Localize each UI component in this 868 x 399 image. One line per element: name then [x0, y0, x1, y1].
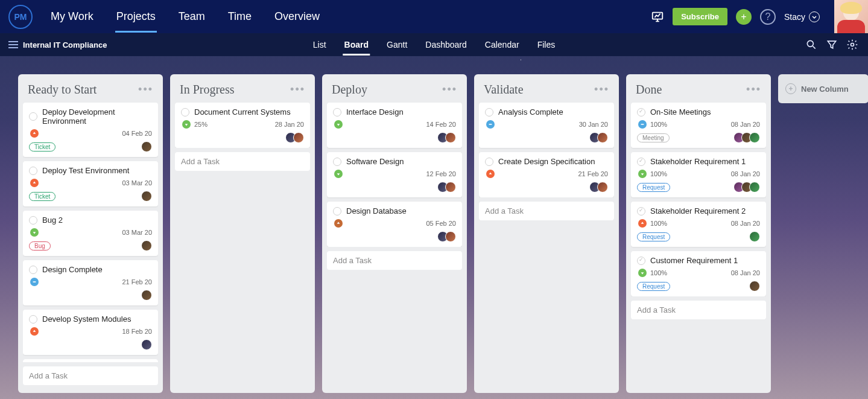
- tab-gantt[interactable]: Gantt: [385, 34, 408, 56]
- subscribe-button[interactable]: Subscribe: [673, 8, 727, 25]
- task-card[interactable]: Bug 203 Mar 20Bug: [23, 211, 158, 256]
- tab-calendar[interactable]: Calendar: [484, 34, 521, 56]
- card-list: On-Site Meetings100%08 Jan 20MeetingStak…: [631, 103, 766, 296]
- help-button[interactable]: ?: [760, 9, 776, 25]
- column-menu-icon[interactable]: •••: [290, 83, 305, 96]
- task-card[interactable]: Customer Requirement 1100%08 Jan 20Reque…: [631, 251, 766, 296]
- task-tag: Meeting: [637, 133, 670, 142]
- priority-icon: [638, 170, 647, 178]
- add-task-button[interactable]: Add a Task: [175, 152, 310, 171]
- priority-icon: [334, 219, 343, 228]
- status-circle-icon[interactable]: [637, 108, 645, 117]
- task-card[interactable]: Integrate System Modules27 Feb 20: [23, 359, 158, 362]
- assignee-avatars: [749, 281, 760, 292]
- filter-icon[interactable]: [826, 39, 838, 51]
- avatar: [141, 240, 152, 251]
- app-logo[interactable]: PM: [8, 5, 33, 29]
- status-circle-icon[interactable]: [181, 108, 189, 117]
- task-card[interactable]: Interface Design14 Feb 20: [327, 103, 462, 148]
- due-date: 14 Feb 20: [426, 121, 456, 128]
- add-button[interactable]: +: [736, 9, 752, 25]
- task-title: Customer Requirement 1: [650, 256, 738, 265]
- avatar: [141, 141, 152, 152]
- status-circle-icon[interactable]: [29, 112, 37, 121]
- status-circle-icon[interactable]: [29, 266, 37, 274]
- gear-icon[interactable]: [846, 39, 858, 51]
- priority-icon: [30, 327, 39, 336]
- task-card[interactable]: Stakeholder Requirement 2100%08 Jan 20Re…: [631, 202, 766, 247]
- column-menu-icon[interactable]: •••: [442, 83, 457, 96]
- status-circle-icon[interactable]: [333, 108, 341, 117]
- task-card[interactable]: Deploy Test Environment03 Mar 20Ticket: [23, 161, 158, 206]
- avatar: [749, 182, 760, 193]
- search-icon[interactable]: [805, 39, 817, 51]
- task-card[interactable]: Design Database05 Feb 20: [327, 202, 462, 247]
- assignee-avatars: [589, 132, 608, 143]
- column-menu-icon[interactable]: •••: [746, 83, 761, 96]
- task-title: Create Design Specification: [498, 157, 595, 166]
- nav-projects[interactable]: Projects: [115, 1, 157, 33]
- assignee-avatars: [141, 141, 152, 152]
- status-circle-icon[interactable]: [637, 207, 645, 215]
- column-header: Ready to Start•••: [23, 80, 158, 103]
- add-task-button[interactable]: Add a Task: [631, 301, 766, 319]
- chevron-down-icon: [809, 11, 820, 22]
- tab-dashboard[interactable]: Dashboard: [424, 34, 468, 56]
- status-circle-icon[interactable]: [637, 158, 645, 166]
- nav-my-work[interactable]: My Work: [49, 1, 95, 33]
- progress-percent: 100%: [650, 170, 667, 177]
- due-date: 04 Feb 20: [122, 130, 152, 137]
- assignee-avatars: [141, 240, 152, 251]
- new-column-button[interactable]: +New Column: [778, 74, 868, 103]
- task-card[interactable]: Develop System Modules18 Feb 20: [23, 310, 158, 355]
- task-tag: Request: [637, 232, 670, 241]
- tab-list[interactable]: List: [312, 34, 328, 56]
- due-date: 28 Jan 20: [275, 121, 304, 128]
- nav-overview[interactable]: Overview: [273, 1, 321, 33]
- tab-board[interactable]: Board: [343, 34, 370, 56]
- status-circle-icon[interactable]: [485, 158, 493, 166]
- status-circle-icon[interactable]: [333, 158, 341, 166]
- add-task-button[interactable]: Add a Task: [23, 366, 158, 385]
- add-task-button[interactable]: Add a Task: [327, 251, 462, 270]
- priority-icon: [638, 269, 647, 277]
- task-card[interactable]: Document Current Systems25%28 Jan 20: [175, 103, 310, 148]
- avatar: [293, 132, 304, 143]
- status-circle-icon[interactable]: [637, 257, 645, 265]
- status-circle-icon[interactable]: [485, 108, 493, 117]
- user-menu[interactable]: Stacy: [784, 11, 820, 22]
- avatar: [749, 231, 760, 242]
- status-circle-icon[interactable]: [29, 216, 37, 225]
- user-avatar[interactable]: [834, 0, 868, 33]
- nav-team[interactable]: Team: [177, 1, 206, 33]
- column-menu-icon[interactable]: •••: [138, 83, 153, 96]
- task-card[interactable]: On-Site Meetings100%08 Jan 20Meeting: [631, 103, 766, 148]
- task-card[interactable]: Deploy Development Environment04 Feb 20T…: [23, 103, 158, 157]
- tab-files[interactable]: Files: [536, 34, 557, 56]
- task-card[interactable]: Analysis Complete30 Jan 20: [479, 103, 614, 148]
- status-circle-icon[interactable]: [29, 315, 37, 324]
- nav-time[interactable]: Time: [227, 1, 253, 33]
- task-card[interactable]: Create Design Specification21 Feb 20: [479, 152, 614, 197]
- avatar: [445, 231, 456, 242]
- priority-icon: [30, 179, 39, 187]
- presentation-icon[interactable]: [651, 10, 664, 24]
- add-task-button[interactable]: Add a Task: [479, 202, 614, 220]
- column-title: Deploy: [332, 83, 367, 97]
- status-circle-icon[interactable]: [29, 167, 37, 175]
- task-card[interactable]: Design Complete21 Feb 20: [23, 260, 158, 305]
- task-tag: Request: [637, 183, 670, 192]
- task-card[interactable]: Software Design12 Feb 20: [327, 152, 462, 197]
- top-nav: PM My Work Projects Team Time Overview S…: [0, 0, 868, 33]
- task-title: Deploy Development Environment: [42, 107, 152, 126]
- task-title: Develop System Modules: [42, 314, 131, 324]
- column-menu-icon[interactable]: •••: [594, 83, 609, 96]
- task-card[interactable]: Stakeholder Requirement 1100%08 Jan 20Re…: [631, 152, 766, 197]
- project-title-area[interactable]: Internal IT Compliance: [0, 40, 107, 49]
- assignee-avatars: [733, 132, 760, 143]
- avatar: [597, 132, 608, 143]
- status-circle-icon[interactable]: [333, 207, 341, 215]
- avatar: [445, 182, 456, 193]
- due-date: 21 Feb 20: [578, 170, 608, 177]
- due-date: 03 Mar 20: [122, 229, 152, 236]
